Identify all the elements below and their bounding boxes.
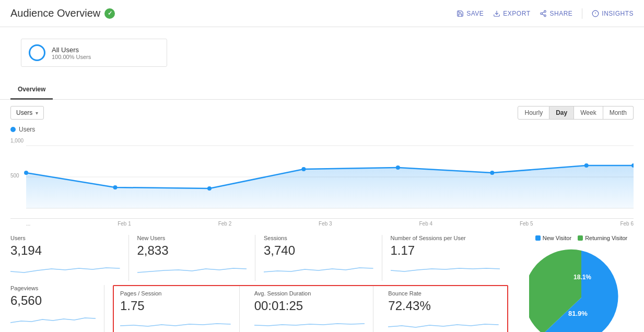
legend-returning-visitor: Returning Visitor — [578, 235, 627, 241]
segment-name: All Users — [52, 46, 91, 54]
time-btn-month[interactable]: Month — [603, 106, 634, 120]
svg-point-1 — [544, 10, 546, 13]
metrics-row1: Users 3,194 New Users 2,833 Sessio — [0, 227, 519, 285]
metric-avg-session: Avg. Session Duration 00:01:25 — [248, 286, 374, 332]
metric-sessions-value: 3,740 — [264, 243, 373, 258]
returning-visitor-label: Returning Visitor — [585, 235, 627, 241]
svg-point-18 — [490, 171, 494, 175]
metric-sessions-per-user-value: 1.17 — [391, 243, 500, 258]
export-button[interactable]: EXPORT — [493, 10, 530, 17]
metric-sessions-label: Sessions — [264, 235, 373, 241]
header-divider — [582, 8, 582, 19]
time-btn-week[interactable]: Week — [574, 106, 603, 120]
insights-icon — [592, 10, 599, 17]
svg-point-15 — [207, 186, 212, 191]
sparkline-avg-session — [254, 316, 365, 332]
returning-visitor-dot — [578, 235, 583, 241]
svg-line-4 — [542, 14, 544, 15]
sparkline-users — [10, 261, 120, 277]
svg-point-14 — [113, 185, 117, 189]
svg-text:18.1%: 18.1% — [573, 274, 591, 281]
segment-box: All Users 100.00% Users — [21, 39, 167, 67]
metric-pageviews-value: 6,560 — [10, 293, 96, 308]
svg-point-19 — [584, 163, 589, 168]
metric-new-users-label: New Users — [137, 235, 247, 241]
metrics-row2: Pageviews 6,560 Pages / Session 1.75 — [0, 285, 519, 332]
x-label-2: Feb 2 — [218, 221, 232, 227]
x-label-6: Feb 6 — [620, 221, 634, 227]
metric-pages-session-label: Pages / Session — [120, 290, 231, 297]
metrics-column: Users 3,194 New Users 2,833 Sessio — [0, 227, 519, 332]
save-icon — [456, 10, 464, 17]
dropdown-arrow: ▾ — [36, 110, 38, 116]
line-chart: 1,000 500 — [10, 135, 634, 219]
y-label-mid: 500 — [10, 173, 19, 179]
x-label-3: Feb 3 — [319, 221, 332, 227]
pie-chart-svg: 81.9% 18.1% — [529, 245, 634, 332]
time-btn-day[interactable]: Day — [549, 106, 574, 120]
x-axis-labels: ... Feb 1 Feb 2 Feb 3 Feb 4 Feb 5 Feb 6 — [10, 219, 634, 227]
header-left: Audience Overview — [10, 7, 115, 19]
metric-avg-session-label: Avg. Session Duration — [254, 290, 365, 297]
svg-line-5 — [542, 11, 544, 13]
segment-info: All Users 100.00% Users — [52, 46, 91, 60]
pie-legend: New Visitor Returning Visitor — [535, 235, 628, 241]
metric-users-label: Users — [10, 235, 120, 241]
new-visitor-dot — [535, 235, 541, 241]
time-btn-hourly[interactable]: Hourly — [518, 106, 549, 120]
sparkline-new-users — [137, 261, 247, 277]
x-label-5: Feb 5 — [520, 221, 533, 227]
sparkline-pages-session — [120, 316, 231, 332]
metric-avg-session-value: 00:01:25 — [254, 299, 365, 313]
chart-legend: Users — [10, 126, 634, 133]
verified-icon — [104, 8, 115, 19]
legend-new-visitor: New Visitor — [535, 235, 571, 241]
metric-sessions: Sessions 3,740 — [264, 235, 382, 281]
metric-new-users-value: 2,833 — [137, 243, 247, 258]
metric-pages-session: Pages / Session 1.75 — [114, 286, 240, 332]
metric-users-value: 3,194 — [10, 243, 120, 258]
header: Audience Overview SAVE EXPORT SHARE INSI… — [0, 0, 644, 27]
main-chart-svg — [10, 135, 634, 219]
legend-dot — [10, 127, 16, 132]
metric-pages-session-value: 1.75 — [120, 299, 231, 313]
page-title: Audience Overview — [10, 7, 100, 19]
metric-new-users: New Users 2,833 — [137, 235, 256, 281]
share-icon — [540, 10, 547, 17]
metric-dropdown[interactable]: Users ▾ — [10, 106, 44, 120]
x-label-4: Feb 4 — [419, 221, 433, 227]
svg-text:81.9%: 81.9% — [568, 310, 588, 317]
new-visitor-label: New Visitor — [543, 235, 571, 241]
sparkline-spu — [391, 261, 500, 277]
chart-area: Users 1,000 500 — [0, 126, 644, 227]
segment-circle — [29, 44, 45, 61]
x-label-0: ... — [26, 221, 30, 227]
svg-point-16 — [301, 167, 306, 171]
header-actions: SAVE EXPORT SHARE INSIGHTS — [456, 8, 634, 19]
metrics-and-pie: Users 3,194 New Users 2,833 Sessio — [0, 227, 644, 332]
export-icon — [493, 10, 500, 17]
tab-overview[interactable]: Overview — [10, 80, 53, 100]
time-buttons: Hourly Day Week Month — [518, 106, 634, 120]
insights-button[interactable]: INSIGHTS — [592, 10, 634, 17]
save-button[interactable]: SAVE — [456, 10, 484, 17]
share-button[interactable]: SHARE — [540, 10, 572, 17]
metric-pageviews: Pageviews 6,560 — [10, 285, 104, 332]
pie-section: New Visitor Returning Visitor 81.9% 18.1… — [519, 227, 644, 332]
metric-bounce-rate-value: 72.43% — [388, 299, 499, 313]
metric-bounce-rate-label: Bounce Rate — [388, 290, 499, 297]
x-label-1: Feb 1 — [118, 221, 131, 227]
svg-point-13 — [24, 171, 28, 175]
sparkline-pageviews — [10, 311, 96, 327]
sparkline-bounce — [388, 316, 499, 332]
svg-point-2 — [541, 13, 543, 15]
metric-bounce-rate: Bounce Rate 72.43% — [382, 286, 507, 332]
chart-controls: Users ▾ Hourly Day Week Month — [0, 100, 644, 126]
metric-pageviews-label: Pageviews — [10, 285, 96, 291]
tabs-bar: Overview — [0, 80, 644, 100]
metric-sessions-per-user-label: Number of Sessions per User — [391, 235, 500, 241]
sparkline-sessions — [264, 261, 373, 277]
y-label-top: 1,000 — [10, 138, 24, 144]
segment-sub: 100.00% Users — [52, 54, 91, 60]
legend-label: Users — [19, 126, 35, 133]
